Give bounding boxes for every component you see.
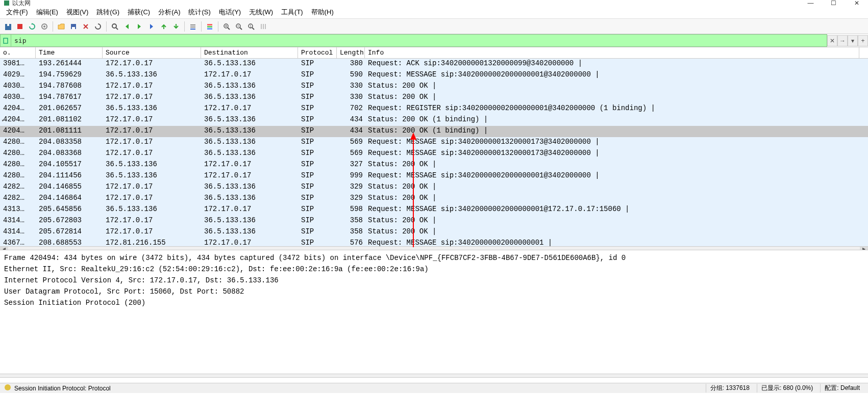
column-header-no[interactable]: o. — [0, 47, 36, 58]
cell-time: 205.672814 — [36, 227, 103, 238]
find-packet-button[interactable] — [109, 21, 120, 32]
svg-rect-9 — [190, 29, 195, 30]
cell-length: 434 — [337, 115, 365, 126]
menu-statistics[interactable]: 统计(S) — [184, 6, 214, 18]
minimize-button[interactable]: — — [799, 0, 822, 6]
packet-row[interactable]: 4313…205.64585636.5.133.136172.17.0.17SI… — [0, 204, 868, 216]
capture-options-button[interactable] — [39, 21, 50, 32]
toolbar-separator — [106, 21, 107, 32]
cell-length: 329 — [337, 193, 365, 204]
packet-bytes-pane[interactable] — [0, 378, 868, 383]
go-last-button[interactable] — [170, 21, 182, 32]
restart-capture-button[interactable] — [27, 21, 38, 32]
detail-line[interactable]: Ethernet II, Src: RealtekU_29:16:c2 (52:… — [4, 264, 864, 275]
cell-length: 329 — [337, 182, 365, 193]
hscroll-right-icon[interactable]: ▶ — [860, 247, 868, 250]
filter-bookmark-icon[interactable] — [0, 34, 11, 47]
packet-row[interactable]: 4280…204.11145636.5.133.136172.17.0.17SI… — [0, 171, 868, 182]
menu-capture[interactable]: 捕获(C) — [123, 6, 154, 18]
splitter-packet-detail[interactable]: ◀ ▶ — [0, 246, 868, 250]
packet-row[interactable]: 4314…205.672814172.17.0.1736.5.133.136SI… — [0, 227, 868, 238]
close-button[interactable]: ✕ — [845, 0, 868, 6]
cell-no: 4204… — [0, 126, 36, 137]
menu-view[interactable]: 视图(V) — [62, 6, 92, 18]
column-header-info[interactable]: Info — [365, 47, 859, 58]
cell-protocol: SIP — [298, 227, 337, 238]
go-back-button[interactable] — [121, 21, 133, 32]
hscroll-track[interactable] — [8, 247, 860, 250]
packet-row[interactable]: 4280…204.083358172.17.0.1736.5.133.136SI… — [0, 137, 868, 148]
menu-telephony[interactable]: 电话(Y) — [215, 6, 245, 18]
column-header-time[interactable]: Time — [36, 47, 103, 58]
packet-detail-pane[interactable]: Frame 420494: 434 bytes on wire (3472 bi… — [0, 250, 868, 374]
maximize-button[interactable]: ☐ — [822, 0, 845, 6]
menu-analyze[interactable]: 分析(A) — [154, 6, 184, 18]
packet-row[interactable]: 4280…204.083368172.17.0.1736.5.133.136SI… — [0, 148, 868, 160]
go-to-packet-button[interactable] — [146, 21, 157, 32]
zoom-out-button[interactable] — [233, 21, 244, 32]
cell-length: 999 — [337, 171, 365, 182]
hscroll-left-icon[interactable]: ◀ — [0, 247, 8, 250]
detail-line[interactable]: Session Initiation Protocol (200) — [4, 297, 864, 308]
column-header-length[interactable]: Length — [337, 47, 365, 58]
apply-filter-button[interactable]: → — [837, 35, 848, 46]
go-forward-button[interactable] — [134, 21, 145, 32]
cell-source: 172.17.0.17 — [103, 115, 201, 126]
packet-list-pane[interactable]: 3981…193.261444172.17.0.1736.5.133.136SI… — [0, 59, 868, 246]
clear-filter-button[interactable]: ✕ — [827, 35, 837, 46]
cell-no: 4280… — [0, 137, 36, 148]
save-file-button[interactable] — [68, 21, 79, 32]
column-header-protocol[interactable]: Protocol — [298, 47, 337, 58]
cell-length: 702 — [337, 103, 365, 115]
close-file-button[interactable] — [80, 21, 91, 32]
menu-edit[interactable]: 编辑(E) — [32, 6, 62, 18]
column-header-destination[interactable]: Destination — [201, 47, 298, 58]
packet-row[interactable]: 4030…194.787617172.17.0.1736.5.133.136SI… — [0, 92, 868, 103]
add-filter-button[interactable]: + — [858, 35, 868, 46]
packet-row[interactable]: 4204…201.06265736.5.133.136172.17.0.17SI… — [0, 103, 868, 115]
detail-line[interactable]: Internet Protocol Version 4, Src: 172.17… — [4, 275, 864, 286]
packet-row[interactable]: 3981…193.261444172.17.0.1736.5.133.136SI… — [0, 59, 868, 70]
start-capture-button[interactable] — [2, 21, 13, 32]
status-packets: 分组: 1337618 — [706, 384, 754, 392]
splitter-detail-bytes[interactable] — [0, 374, 868, 378]
colorize-button[interactable] — [204, 21, 215, 32]
packet-row[interactable]: 4367…208.688553172.81.216.155172.17.0.17… — [0, 238, 868, 246]
cell-length: 358 — [337, 227, 365, 238]
main-toolbar: 1 — [0, 19, 868, 34]
filter-dropdown-button[interactable]: ▾ — [848, 35, 858, 46]
go-first-button[interactable] — [158, 21, 169, 32]
cell-length: 358 — [337, 216, 365, 227]
menu-file[interactable]: 文件(F) — [2, 6, 32, 18]
packet-row[interactable]: 4282…204.146855172.17.0.1736.5.133.136SI… — [0, 182, 868, 193]
packet-row[interactable]: ▸4204…201.081102172.17.0.1736.5.133.136S… — [0, 115, 868, 126]
packet-row[interactable]: 4029…194.75962936.5.133.136172.17.0.17SI… — [0, 70, 868, 81]
packet-row[interactable]: 4030…194.787608172.17.0.1736.5.133.136SI… — [0, 81, 868, 92]
detail-line[interactable]: User Datagram Protocol, Src Port: 15060,… — [4, 286, 864, 297]
cell-source: 172.17.0.17 — [103, 182, 201, 193]
packet-row[interactable]: 4314…205.672803172.17.0.1736.5.133.136SI… — [0, 216, 868, 227]
zoom-reset-button[interactable]: 1 — [245, 21, 257, 32]
stop-capture-button[interactable] — [14, 21, 26, 32]
expert-info-icon[interactable] — [4, 384, 11, 392]
svg-rect-11 — [207, 26, 212, 28]
open-file-button[interactable] — [56, 21, 67, 32]
resize-columns-button[interactable] — [258, 21, 269, 32]
detail-line[interactable]: Frame 420494: 434 bytes on wire (3472 bi… — [4, 252, 864, 264]
menu-tools[interactable]: 工具(T) — [277, 6, 307, 18]
menu-go[interactable]: 跳转(G) — [92, 6, 123, 18]
status-expert-text: Session Initiation Protocol: Protocol — [14, 385, 111, 392]
auto-scroll-button[interactable] — [187, 21, 199, 32]
column-header-source[interactable]: Source — [103, 47, 201, 58]
cell-length: 576 — [337, 238, 365, 246]
menu-wireless[interactable]: 无线(W) — [245, 6, 277, 18]
display-filter-input[interactable] — [11, 34, 827, 47]
packet-row[interactable]: 4282…204.146864172.17.0.1736.5.133.136SI… — [0, 193, 868, 204]
zoom-in-button[interactable] — [221, 21, 232, 32]
reload-button[interactable] — [92, 21, 104, 32]
packet-row[interactable]: 4204…201.081111172.17.0.1736.5.133.136SI… — [0, 126, 868, 137]
packet-row[interactable]: 4280…204.10551736.5.133.136172.17.0.17SI… — [0, 160, 868, 171]
cell-destination: 36.5.133.136 — [201, 92, 298, 103]
menu-help[interactable]: 帮助(H) — [307, 6, 338, 18]
status-profile[interactable]: 配置: Default — [820, 384, 864, 392]
